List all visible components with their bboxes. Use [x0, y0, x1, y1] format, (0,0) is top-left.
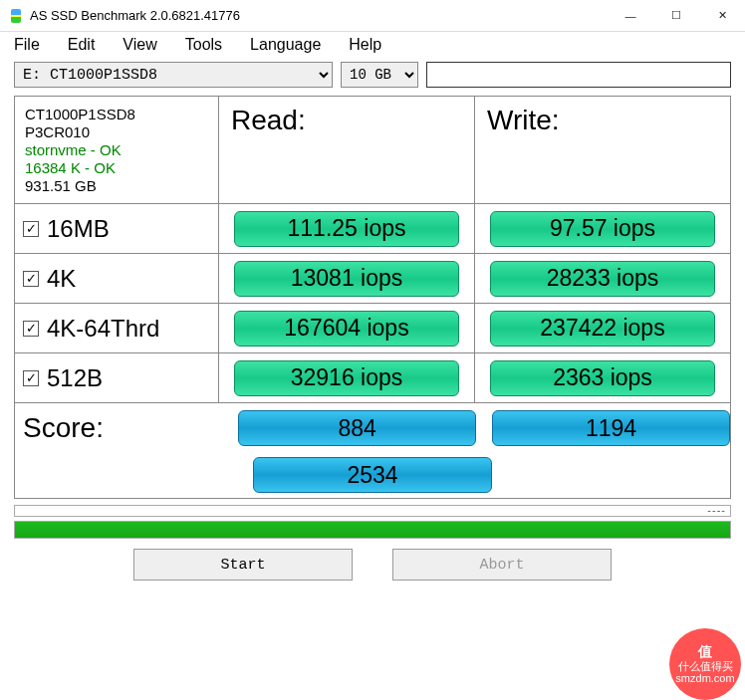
- read-cell: 111.25 iops: [219, 204, 475, 253]
- size-select[interactable]: 10 GB: [341, 62, 418, 88]
- start-button[interactable]: Start: [133, 549, 353, 581]
- info-model: CT1000P1SSD8: [25, 106, 135, 123]
- menu-file[interactable]: File: [14, 36, 40, 54]
- read-value: 167604 iops: [234, 311, 459, 347]
- write-value: 237422 iops: [490, 311, 715, 347]
- test-row-4k64: ✓ 4K-64Thrd 167604 iops 237422 iops: [15, 304, 730, 353]
- info-firmware: P3CR010: [25, 123, 90, 141]
- test-row-4k: ✓ 4K 13081 iops 28233 iops: [15, 254, 730, 304]
- selector-row: E: CT1000P1SSD8 10 GB: [0, 60, 745, 96]
- test-label: 512B: [47, 364, 103, 392]
- watermark-text1: 什么值得买: [678, 660, 733, 672]
- buttons-row: Start Abort: [14, 549, 731, 581]
- score-write: 1194: [492, 410, 730, 446]
- menu-edit[interactable]: Edit: [68, 36, 96, 54]
- window-controls: — ☐ ✕: [608, 0, 745, 32]
- window-title: AS SSD Benchmark 2.0.6821.41776: [30, 8, 608, 23]
- test-row-512b: ✓ 512B 32916 iops 2363 iops: [15, 353, 730, 403]
- menu-help[interactable]: Help: [349, 36, 381, 54]
- read-cell: 32916 iops: [219, 353, 475, 402]
- watermark-badge: 值 什么值得买 smzdm.com: [669, 628, 741, 700]
- read-value: 13081 iops: [234, 261, 459, 297]
- read-cell: 13081 iops: [219, 254, 475, 303]
- header-write: Write:: [475, 97, 730, 203]
- write-cell: 97.57 iops: [475, 204, 730, 253]
- app-icon: [8, 8, 24, 24]
- test-label-cell: ✓ 16MB: [15, 204, 219, 253]
- menu-view[interactable]: View: [123, 36, 156, 54]
- test-label-cell: ✓ 4K: [15, 254, 219, 303]
- score-total: 2534: [253, 457, 492, 493]
- results-grid: CT1000P1SSD8 P3CR010 stornvme - OK 16384…: [14, 96, 731, 499]
- score-label: Score:: [15, 412, 218, 444]
- watermark-char: 值: [698, 644, 712, 659]
- test-label: 4K: [47, 265, 76, 293]
- write-value: 28233 iops: [490, 261, 715, 297]
- write-cell: 28233 iops: [475, 254, 730, 303]
- info-alignment: 16384 K - OK: [25, 159, 116, 177]
- test-row-16mb: ✓ 16MB 111.25 iops 97.57 iops: [15, 204, 730, 254]
- drive-info: CT1000P1SSD8 P3CR010 stornvme - OK 16384…: [15, 97, 219, 203]
- close-button[interactable]: ✕: [699, 0, 745, 32]
- write-cell: 237422 iops: [475, 304, 730, 352]
- test-label: 16MB: [47, 215, 110, 243]
- titlebar: AS SSD Benchmark 2.0.6821.41776 — ☐ ✕: [0, 0, 745, 32]
- read-cell: 167604 iops: [219, 304, 475, 352]
- progress-area: [14, 505, 731, 539]
- menubar: File Edit View Tools Language Help: [0, 32, 745, 60]
- info-capacity: 931.51 GB: [25, 177, 97, 195]
- checkbox-4k[interactable]: ✓: [23, 271, 39, 287]
- write-value: 97.57 iops: [490, 211, 715, 247]
- progress-current: [14, 505, 731, 517]
- menu-language[interactable]: Language: [250, 36, 321, 54]
- score-read: 884: [238, 410, 476, 446]
- test-label-cell: ✓ 512B: [15, 353, 219, 402]
- watermark-text2: smzdm.com: [675, 672, 734, 684]
- score-top: Score: 884 1194: [15, 403, 730, 453]
- progress-overall: [14, 521, 731, 539]
- minimize-button[interactable]: —: [608, 0, 653, 32]
- maximize-button[interactable]: ☐: [653, 0, 699, 32]
- test-label: 4K-64Thrd: [47, 315, 159, 343]
- read-value: 32916 iops: [234, 360, 459, 396]
- write-cell: 2363 iops: [475, 353, 730, 402]
- watermark: 值 什么值得买 smzdm.com: [651, 610, 741, 700]
- header-read: Read:: [219, 97, 475, 203]
- read-value: 111.25 iops: [234, 211, 459, 247]
- drive-select[interactable]: E: CT1000P1SSD8: [14, 62, 333, 88]
- score-row: Score: 884 1194 2534: [15, 403, 730, 499]
- checkbox-4k64[interactable]: ✓: [23, 321, 39, 337]
- menu-tools[interactable]: Tools: [185, 36, 222, 54]
- header-row: CT1000P1SSD8 P3CR010 stornvme - OK 16384…: [15, 97, 730, 204]
- write-value: 2363 iops: [490, 360, 715, 396]
- checkbox-16mb[interactable]: ✓: [23, 221, 39, 237]
- info-driver: stornvme - OK: [25, 141, 122, 159]
- checkbox-512b[interactable]: ✓: [23, 370, 39, 386]
- abort-button: Abort: [392, 549, 612, 581]
- status-textbox[interactable]: [426, 62, 731, 88]
- test-label-cell: ✓ 4K-64Thrd: [15, 304, 219, 352]
